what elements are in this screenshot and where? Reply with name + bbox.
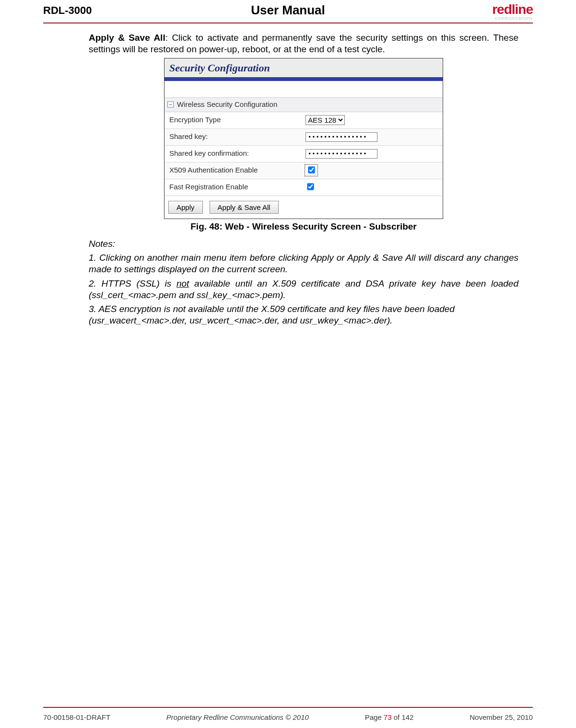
figure-caption-text: : Web - Wireless Security Screen - Subsc…: [219, 221, 416, 231]
panel-gap: [165, 81, 443, 97]
footer-date: November 25, 2010: [470, 713, 533, 721]
figure-number: Fig. 48: [190, 221, 219, 231]
intro-paragraph: Apply & Save All: Click to activate and …: [89, 32, 518, 55]
encryption-type-select[interactable]: AES 128: [306, 115, 345, 125]
apply-save-all-button[interactable]: Apply & Save All: [210, 201, 279, 214]
panel-title: Security Configuration: [165, 58, 443, 78]
fast-registration-label: Fast Registration Enable: [165, 183, 304, 192]
footer-page: Page 73 of 142: [365, 713, 414, 721]
security-config-screenshot: Security Configuration − Wireless Securi…: [164, 58, 443, 219]
footer-page-mid: of: [392, 713, 402, 721]
shared-key-confirm-input[interactable]: [306, 149, 377, 159]
footer-copyright: Proprietary Redline Communications © 201…: [166, 713, 309, 721]
notes-heading: Notes:: [89, 238, 518, 250]
page-footer: 70-00158-01-DRAFT Proprietary Redline Co…: [43, 713, 533, 721]
footer-rule: [43, 707, 533, 708]
note-2-not: not: [176, 278, 189, 289]
section-header[interactable]: − Wireless Security Configuration: [165, 97, 443, 112]
page-header: RDL-3000 User Manual redline communicati…: [43, 0, 533, 23]
row-shared-key-confirm: Shared key confirmation:: [165, 146, 443, 162]
row-encryption-type: Encryption Type AES 128: [165, 112, 443, 129]
footer-page-total: 142: [401, 713, 413, 721]
note-2-pre: 2. HTTPS (SSL) is: [89, 278, 176, 289]
doc-model: RDL-3000: [43, 4, 92, 17]
header-rule: [43, 23, 533, 23]
row-shared-key: Shared key:: [165, 129, 443, 146]
x509-enable-checkbox[interactable]: [308, 167, 315, 173]
row-x509-enable: X509 Authentication Enable: [165, 162, 443, 179]
page: RDL-3000 User Manual redline communicati…: [0, 0, 576, 728]
collapse-icon[interactable]: −: [167, 102, 174, 108]
section-header-label: Wireless Security Configuration: [177, 100, 277, 108]
encryption-type-label: Encryption Type: [165, 116, 304, 125]
note-1: 1. Clicking on another main menu item be…: [89, 252, 518, 275]
figure-wrap: Security Configuration − Wireless Securi…: [89, 58, 518, 232]
intro-bold: Apply & Save All: [89, 33, 165, 43]
row-fast-registration: Fast Registration Enable: [165, 179, 443, 196]
content-area: Apply & Save All: Click to activate and …: [43, 32, 533, 326]
button-bar: Apply Apply & Save All: [165, 196, 443, 219]
logo-text: redline: [492, 3, 533, 16]
footer-docnum: 70-00158-01-DRAFT: [43, 713, 110, 721]
shared-key-input[interactable]: [306, 132, 377, 142]
apply-button[interactable]: Apply: [168, 201, 203, 214]
note-3: 3. AES encryption is not available until…: [89, 303, 518, 326]
brand-logo: redline communications: [492, 3, 533, 21]
figure-caption: Fig. 48: Web - Wireless Security Screen …: [89, 221, 518, 232]
x509-checkbox-focus: [306, 165, 317, 175]
footer-page-current: 73: [384, 713, 392, 721]
doc-title: User Manual: [251, 3, 325, 18]
logo-subtext: communications: [492, 16, 533, 21]
note-2: 2. HTTPS (SSL) is not available until an…: [89, 278, 518, 301]
x509-enable-label: X509 Authentication Enable: [165, 166, 304, 175]
fast-registration-checkbox[interactable]: [307, 184, 314, 190]
panel-accent-bar: [165, 77, 443, 81]
footer-page-pre: Page: [365, 713, 384, 721]
shared-key-label: Shared key:: [165, 132, 304, 141]
shared-key-confirm-label: Shared key confirmation:: [165, 149, 304, 158]
